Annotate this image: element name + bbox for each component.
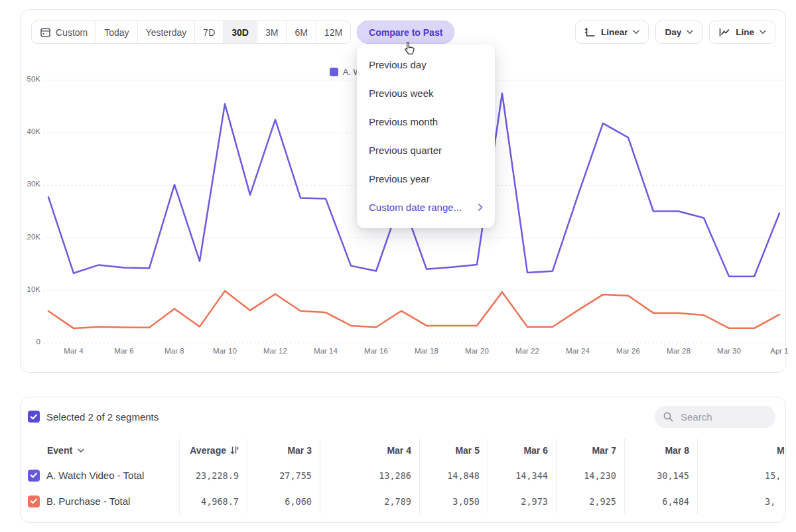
analytics-dashboard: { "toolbar": { "ranges": [ {"label":"Cus… [0,0,796,532]
x-axis-tick: Mar 12 [255,347,295,355]
y-axis-tick: 40K [21,127,40,135]
column-header-mar-7: Mar 7 [557,438,625,462]
range-custom-button[interactable]: Custom [32,21,96,43]
segments-table: Event Average Mar 3Mar 4Mar 5Mar 6Mar 7M… [21,438,786,514]
average-value: 23,228.9 [180,462,247,488]
chart-type-selector-label: Line [736,27,754,37]
daily-value: 3,050 [420,488,488,514]
range-30d-button[interactable]: 30D [224,21,257,43]
row-checkbox[interactable] [28,470,40,482]
range-3m-button[interactable]: 3M [257,21,287,43]
daily-value: 3, [698,488,786,514]
range-7d-button[interactable]: 7D [195,21,224,43]
x-axis-tick: Mar 4 [54,347,94,355]
search-input[interactable] [679,411,768,423]
x-axis-tick: Mar 14 [306,347,346,355]
chart-card: CustomTodayYesterday7D30D3M6M12M Compare… [20,9,786,373]
table-header-row: Event Average Mar 3Mar 4Mar 5Mar 6Mar 7M… [21,438,786,462]
daily-value: 14,848 [420,462,488,488]
x-axis-tick: Mar 20 [457,347,497,355]
y-axis-tick: 10K [21,285,40,293]
range-label: 3M [265,27,278,38]
x-axis-tick: Mar 18 [407,347,446,355]
chevron-down-icon [633,30,639,34]
range-12m-button[interactable]: 12M [316,21,350,43]
series-line-b-purchase [48,291,779,328]
chevron-down-icon [78,448,84,453]
select-all-checkbox[interactable] [28,411,40,423]
sort-descending-icon [230,446,239,455]
x-axis-tick: Mar 24 [558,347,598,355]
column-header-label: M [777,445,785,456]
range-label: 30D [232,27,249,38]
x-axis-tick: Mar 30 [709,347,749,355]
daily-value: 2,973 [488,488,557,514]
column-header-m: M [698,438,786,462]
menu-item-previous-quarter[interactable]: Previous quarter [357,136,495,165]
range-label: 12M [324,27,342,38]
menu-item-custom-date-range[interactable]: Custom date range... [357,193,495,222]
menu-item-previous-month[interactable]: Previous month [357,107,495,136]
segments-table-card: Selected 2 of 2 segments Event Average M… [20,397,786,523]
daily-value: 27,755 [247,462,320,488]
legend-swatch [330,68,338,76]
daily-value: 2,789 [320,488,420,514]
row-label[interactable]: B. Purchase - Total [46,496,130,507]
x-axis-tick: Mar 8 [155,347,194,355]
row-label[interactable]: A. Watch Video - Total [46,470,144,481]
y-axis-tick: 20K [21,233,40,241]
column-header-average[interactable]: Average [180,438,247,462]
range-label: Yesterday [146,27,187,38]
range-label: 7D [203,27,215,38]
column-header-mar-5: Mar 5 [420,438,488,462]
y-axis-tick: 30K [21,180,40,188]
calendar-icon [40,27,51,38]
interval-selector-label: Day [665,27,681,37]
search-icon [663,411,674,423]
x-axis-tick: Mar 10 [205,347,245,355]
chart-toolbar: CustomTodayYesterday7D30D3M6M12M Compare… [31,21,775,44]
daily-value: 30,145 [625,462,698,488]
range-label: Today [104,27,129,38]
menu-item-previous-week[interactable]: Previous week [357,79,495,107]
chart-type-selector-button[interactable]: Line [709,21,775,44]
daily-value: 14,344 [488,462,557,488]
range-yesterday-button[interactable]: Yesterday [138,21,196,43]
range-label: Custom [56,27,88,38]
scale-selector-button[interactable]: Linear [575,21,649,44]
daily-value: 6,060 [247,488,320,514]
x-axis-tick: Apr 1 [760,347,796,355]
x-axis-tick: Mar 22 [507,347,547,355]
x-axis-tick: Mar 28 [659,347,698,355]
y-axis-tick: 0 [21,338,40,346]
scale-selector-label: Linear [601,27,628,37]
table-row-a-watch-video-total: A. Watch Video - Total23,228.927,75513,2… [21,462,786,488]
menu-item-previous-year[interactable]: Previous year [357,165,495,193]
column-header-event[interactable]: Event [21,438,180,462]
column-header-mar-6: Mar 6 [488,438,557,462]
compare-to-past-button[interactable]: Compare to Past [357,21,454,44]
row-checkbox[interactable] [28,496,40,507]
column-header-label: Mar 8 [665,445,689,456]
daily-value: 14,230 [557,462,625,488]
segments-selection-header: Selected 2 of 2 segments [28,411,159,423]
range-today-button[interactable]: Today [96,21,137,43]
column-header-label: Mar 6 [523,445,548,456]
column-header-label: Mar 5 [455,445,480,456]
average-value: 4,968.7 [180,488,247,514]
column-header-label: Mar 4 [387,445,411,456]
column-header-mar-8: Mar 8 [625,438,698,462]
chevron-down-icon [760,30,766,34]
interval-selector-button[interactable]: Day [655,21,702,44]
x-axis-tick: Mar 26 [608,347,648,355]
table-row-b-purchase-total: B. Purchase - Total4,968.76,0602,7893,05… [21,488,786,514]
x-axis-tick: Mar 6 [104,347,144,355]
axis-scale-icon [584,27,596,38]
range-6m-button[interactable]: 6M [287,21,316,43]
chart-display-controls: Linear Day Line [575,21,775,44]
search-box [655,406,775,428]
date-range-selector: CustomTodayYesterday7D30D3M6M12M [31,21,351,44]
custom-date-range-label: Custom date range... [369,202,462,213]
line-chart-icon [718,27,730,38]
menu-item-previous-day[interactable]: Previous day [357,50,495,79]
